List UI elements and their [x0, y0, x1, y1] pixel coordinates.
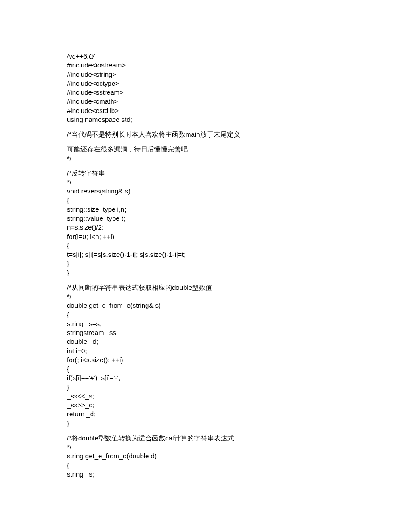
code-line: #include<cmath> — [67, 97, 344, 106]
code-line: } — [67, 259, 344, 268]
code-line: double get_d_from_e(string& s) — [67, 301, 344, 310]
code-line: #include<sstream> — [67, 88, 344, 97]
code-line: string get_e_from_d(double d) — [67, 452, 344, 461]
code-line: stringstream _ss; — [67, 328, 344, 337]
code-line: #include<cstdlib> — [67, 106, 344, 115]
code-line: double _d; — [67, 337, 344, 346]
code-block: /*反转字符串*/void revers(string& s){string::… — [67, 169, 344, 277]
code-line: string::size_type i,n; — [67, 205, 344, 214]
code-line: for(i=0; i<n; ++i) — [67, 232, 344, 241]
code-line: _ss<<_s; — [67, 392, 344, 401]
document-page: /vc++6.0/#include<iostream>#include<stri… — [0, 0, 411, 532]
code-line: /*将double型数值转换为适合函数cal计算的字符串表达式 — [67, 434, 344, 443]
code-line: return _d; — [67, 410, 344, 419]
code-line: string::value_type t; — [67, 214, 344, 223]
code-block: /*将double型数值转换为适合函数cal计算的字符串表达式*/string … — [67, 434, 344, 479]
code-line: /vc++6.0/ — [67, 52, 344, 61]
code-line: { — [67, 241, 344, 250]
code-line: /*从间断的字符串表达式获取相应的double型数值 — [67, 283, 344, 292]
code-line: /*当代码不是特别长时本人喜欢将主函数main放于末尾定义 — [67, 130, 344, 139]
code-line: #include<cctype> — [67, 79, 344, 88]
code-line: #include<string> — [67, 70, 344, 79]
code-line: { — [67, 364, 344, 373]
code-line: 可能还存在很多漏洞，待日后慢慢完善吧 — [67, 145, 344, 154]
code-line: _ss>>_d; — [67, 401, 344, 410]
code-line: { — [67, 461, 344, 470]
code-line: } — [67, 268, 344, 277]
code-line: string _s; — [67, 470, 344, 479]
code-line: string _s=s; — [67, 319, 344, 328]
code-line: } — [67, 383, 344, 392]
code-line: n=s.size()/2; — [67, 223, 344, 232]
code-line: /*反转字符串 — [67, 169, 344, 178]
code-line: using namespace std; — [67, 115, 344, 124]
code-content: /vc++6.0/#include<iostream>#include<stri… — [67, 52, 344, 479]
code-line: if(s[i]=='#')_s[i]='-'; — [67, 373, 344, 382]
code-line: */ — [67, 154, 344, 163]
code-line: */ — [67, 292, 344, 301]
code-line: } — [67, 419, 344, 428]
code-line: int i=0; — [67, 347, 344, 356]
code-block: /vc++6.0/#include<iostream>#include<stri… — [67, 52, 344, 124]
code-line: #include<iostream> — [67, 61, 344, 70]
code-line: t=s[i]; s[i]=s[s.size()-1-i]; s[s.size()… — [67, 250, 344, 259]
code-line: */ — [67, 443, 344, 452]
code-block: /*从间断的字符串表达式获取相应的double型数值*/double get_d… — [67, 283, 344, 428]
code-line: { — [67, 310, 344, 319]
code-line: void revers(string& s) — [67, 187, 344, 196]
code-block: /*当代码不是特别长时本人喜欢将主函数main放于末尾定义 — [67, 130, 344, 139]
code-line: { — [67, 196, 344, 205]
code-line: for(; i<s.size(); ++i) — [67, 356, 344, 364]
code-block: 可能还存在很多漏洞，待日后慢慢完善吧*/ — [67, 145, 344, 163]
code-line: */ — [67, 178, 344, 187]
